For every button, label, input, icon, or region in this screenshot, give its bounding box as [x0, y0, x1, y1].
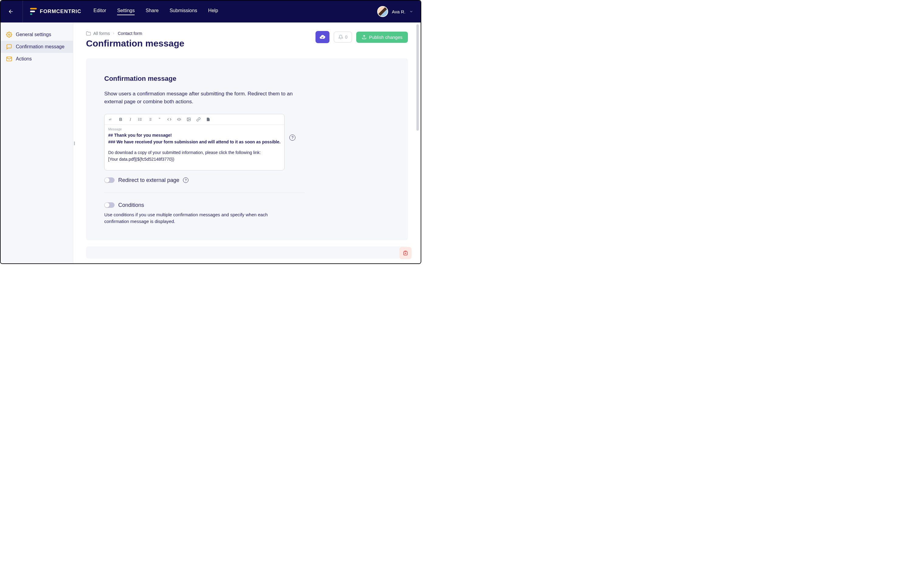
folder-icon	[86, 31, 91, 36]
redirect-toggle[interactable]	[104, 177, 115, 183]
conditions-label: Conditions	[118, 202, 144, 208]
toolbar-italic-button[interactable]: I	[128, 117, 133, 122]
editor-placeholder: Message	[108, 127, 280, 131]
publish-button[interactable]: Publish changes	[356, 32, 408, 43]
toolbar-ul-button[interactable]	[138, 117, 143, 122]
back-button[interactable]	[8, 1, 23, 23]
toolbar-bold-button[interactable]: B	[118, 117, 123, 122]
arrow-left-icon	[8, 8, 14, 15]
chevron-down-icon	[409, 10, 413, 14]
breadcrumb-current: Contact form	[118, 31, 142, 36]
delete-float-button[interactable]	[400, 247, 411, 259]
svg-text:τT: τT	[109, 118, 111, 121]
toggle-knob	[105, 178, 110, 183]
next-card-peek	[86, 246, 408, 258]
editor-content[interactable]: Message ## Thank you for you message! ##…	[105, 125, 284, 170]
chat-icon	[6, 44, 12, 50]
toolbar-quote-button[interactable]: "	[157, 117, 162, 122]
notification-count: 0	[345, 34, 347, 39]
editor-help-icon[interactable]: ?	[289, 134, 295, 141]
sidebar-item-confirmation[interactable]: Confirmation message	[1, 41, 73, 53]
nav-help[interactable]: Help	[208, 8, 218, 15]
editor-toolbar: τT B I "	[105, 114, 284, 125]
toolbar-ol-button[interactable]	[147, 117, 152, 122]
editor-line: Do download a copy of your submitted inf…	[108, 149, 280, 156]
nav-share[interactable]: Share	[146, 8, 159, 15]
bell-icon	[338, 34, 343, 39]
action-buttons: 0 Publish changes	[316, 31, 408, 43]
page-title: Confirmation message	[86, 38, 184, 49]
sidebar-item-label: Confirmation message	[16, 44, 64, 49]
cloud-check-icon	[319, 34, 326, 41]
toggle-knob	[105, 203, 110, 208]
editor-line: [Your data.pdf](${fc5d52148f3770})	[108, 156, 280, 163]
notification-button[interactable]: 0	[334, 32, 352, 43]
conditions-description: Use conditions if you use multiple confi…	[104, 211, 293, 225]
breadcrumb: All forms Contact form	[86, 31, 184, 36]
app-header: FORMCENTRIC Editor Settings Share Submis…	[1, 1, 421, 23]
sidebar-item-general[interactable]: General settings	[1, 29, 73, 41]
scrollbar[interactable]	[416, 24, 419, 195]
divider	[104, 193, 305, 193]
toolbar-pdf-button[interactable]	[205, 117, 211, 122]
main-content: All forms Contact form Confirmation mess…	[73, 23, 421, 263]
card-title: Confirmation message	[104, 75, 390, 83]
logo-text: FORMCENTRIC	[40, 8, 82, 15]
toolbar-code-button[interactable]	[167, 117, 172, 122]
top-row: All forms Contact form Confirmation mess…	[86, 31, 408, 58]
confirmation-card: Confirmation message Show users a confir…	[86, 58, 408, 240]
svg-point-7	[138, 119, 139, 119]
sidebar-item-label: Actions	[16, 56, 32, 62]
publish-label: Publish changes	[369, 34, 402, 40]
trash-x-icon	[402, 250, 408, 256]
main-nav: Editor Settings Share Submissions Help	[93, 8, 218, 15]
sidebar-item-actions[interactable]: Actions	[1, 53, 73, 65]
editor-line: ### We have received your form submissio…	[108, 139, 280, 146]
sidebar-resize-handle[interactable]: ||	[74, 141, 74, 145]
nav-submissions[interactable]: Submissions	[170, 8, 197, 15]
user-menu[interactable]: Ava R.	[377, 6, 413, 17]
redirect-toggle-row: Redirect to external page ?	[104, 177, 390, 183]
svg-point-14	[188, 118, 188, 119]
toolbar-codeblock-button[interactable]	[176, 117, 182, 122]
app-body: General settings Confirmation message Ac…	[1, 23, 421, 263]
settings-sidebar: General settings Confirmation message Ac…	[1, 23, 73, 263]
message-editor: τT B I " Message ## Thank y	[104, 114, 285, 170]
redirect-label: Redirect to external page	[118, 177, 179, 183]
scroll-thumb[interactable]	[416, 24, 419, 131]
svg-point-0	[8, 34, 10, 36]
upload-icon	[362, 34, 367, 39]
mail-icon	[6, 56, 12, 62]
chevron-right-icon	[112, 32, 115, 35]
conditions-toggle[interactable]	[104, 202, 115, 208]
toolbar-heading-button[interactable]: τT	[108, 117, 114, 122]
logo-icon	[30, 8, 37, 15]
nav-editor[interactable]: Editor	[93, 8, 106, 15]
editor-line: ## Thank you for you message!	[108, 132, 280, 139]
conditions-toggle-row: Conditions	[104, 202, 390, 208]
editor-line	[108, 145, 280, 149]
save-cloud-button[interactable]	[316, 31, 329, 43]
toolbar-image-button[interactable]	[186, 117, 192, 122]
card-description: Show users a confirmation message after …	[104, 90, 299, 105]
breadcrumb-root[interactable]: All forms	[93, 31, 110, 36]
redirect-help-icon[interactable]: ?	[183, 177, 188, 183]
logo[interactable]: FORMCENTRIC	[30, 8, 82, 15]
avatar	[377, 6, 388, 17]
gear-icon	[6, 32, 12, 38]
sidebar-item-label: General settings	[16, 32, 51, 38]
user-name: Ava R.	[392, 9, 405, 14]
nav-settings[interactable]: Settings	[117, 8, 134, 15]
svg-point-8	[138, 120, 139, 121]
toolbar-link-button[interactable]	[196, 117, 201, 122]
